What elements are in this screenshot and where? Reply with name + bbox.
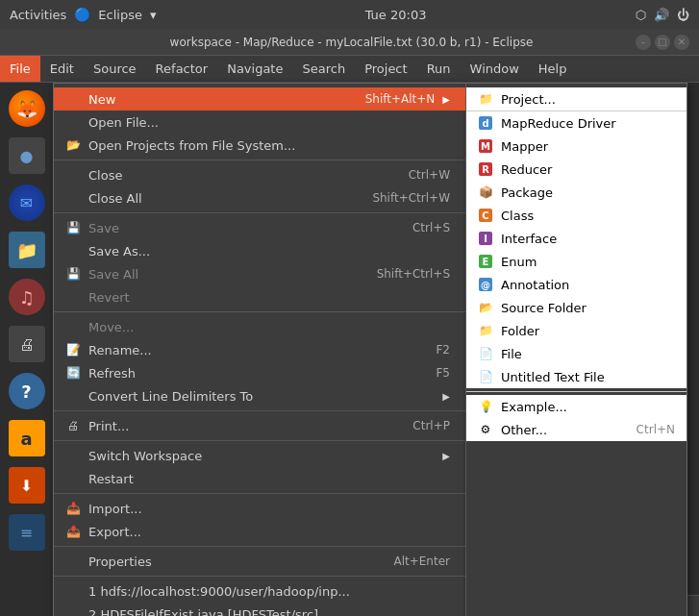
submenu-item-file[interactable]: 📄 File [466,342,687,365]
project-label: Project... [501,92,556,107]
menu-file-label: File [10,62,31,76]
sidebar-item-amazon[interactable]: a [6,417,48,459]
submenu-item-package[interactable]: 📦 Package [466,181,687,204]
menu-item-properties[interactable]: Properties Alt+Enter [54,550,465,573]
move-icon [63,319,83,334]
other-shortcut: Ctrl+N [637,423,675,436]
menu-window[interactable]: Window [461,56,529,82]
menu-refactor[interactable]: Refactor [146,56,218,82]
convert-line-icon [63,388,83,404]
activities-button[interactable]: Activities [10,8,66,22]
menu-item-new[interactable]: New Shift+Alt+N ▶ [54,87,465,111]
sidebar: 🦊 ● ✉ 📁 ♫ 🖨 ? a ⬇ ≡ [0,83,53,616]
eclipse-dropdown-icon[interactable]: ▾ [150,8,157,22]
separator-8 [54,576,465,577]
submenu-item-project[interactable]: 📁 Project... [466,87,687,111]
menu-source[interactable]: Source [84,56,146,82]
eclipse-topbar-label[interactable]: Eclipse [98,8,142,22]
firefox-icon: 🦊 [9,90,45,127]
menu-item-switch-workspace[interactable]: Switch Workspace ▶ [54,444,465,467]
sidebar-item-thunderbird[interactable]: ✉ [6,182,48,224]
source-folder-icon: 📂 [476,300,495,315]
titlebar: workspace - Map/Reduce - myLocalFile.txt… [0,29,699,56]
revert-label: Revert [88,290,130,305]
mapper-icon: M [476,138,495,154]
menu-item-print[interactable]: 🖨 Print... Ctrl+P [54,414,465,437]
file-menu-dropdown: New Shift+Alt+N ▶ Open File... 📂 Open Pr… [53,83,466,616]
close-all-label: Close All [88,191,142,206]
menu-project[interactable]: Project [355,56,416,82]
network-icon[interactable]: ⬡ [636,8,646,22]
submenu-item-class[interactable]: C Class [466,204,687,227]
sidebar-item-install[interactable]: ⬇ [6,464,48,506]
menu-item-open-projects[interactable]: 📂 Open Projects from File System... [54,134,465,157]
menu-navigate[interactable]: Navigate [217,56,292,82]
untitled-text-icon: 📄 [476,369,495,384]
submenu-item-mapper[interactable]: M Mapper [466,135,687,158]
menu-refactor-label: Refactor [156,62,209,76]
menu-item-import[interactable]: 📥 Import... [54,497,465,520]
power-icon[interactable]: ⏻ [677,8,689,22]
menu-item-move[interactable]: Move... [54,315,465,338]
recent1-label: 1 hdfs://localhost:9000/user/hadoop/inp.… [88,584,350,599]
menu-item-refresh[interactable]: 🔄 Refresh F5 [54,361,465,384]
print-menu-icon: 🖨 [63,418,83,433]
menu-file[interactable]: File [0,56,40,82]
submenu-item-reducer[interactable]: R Reducer [466,158,687,181]
menu-run[interactable]: Run [417,56,461,82]
new-icon [63,91,83,107]
submenu-item-mapreduce-driver[interactable]: d MapReduce Driver [466,111,687,135]
submenu-item-interface[interactable]: I Interface [466,227,687,250]
submenu-item-untitled-text[interactable]: 📄 Untitled Text File [466,365,687,388]
sidebar-item-firefox[interactable]: 🦊 [6,87,48,130]
submenu-item-other[interactable]: ⚙ Other... Ctrl+N [466,418,687,441]
menu-edit[interactable]: Edit [40,56,84,82]
sound-icon[interactable]: 🔊 [654,8,669,22]
class-label: Class [501,209,534,223]
interface-icon: I [476,231,495,246]
menu-item-save[interactable]: 💾 Save Ctrl+S [54,216,465,239]
submenu-item-source-folder[interactable]: 📂 Source Folder [466,296,687,319]
interface-label: Interface [501,232,557,246]
maximize-button[interactable]: □ [655,35,670,50]
menu-search[interactable]: Search [292,56,355,82]
settings-icon: ≡ [9,514,45,551]
menu-item-restart[interactable]: Restart [54,467,465,490]
menu-item-export[interactable]: 📤 Export... [54,520,465,543]
menu-run-label: Run [427,62,451,76]
menu-help[interactable]: Help [529,56,577,82]
menu-item-close-all[interactable]: Close All Shift+Ctrl+W [54,186,465,209]
submenu-item-example[interactable]: 💡 Example... [466,395,687,418]
menu-project-label: Project [364,62,407,76]
menu-item-convert-line[interactable]: Convert Line Delimiters To ▶ [54,384,465,407]
convert-line-arrow: ▶ [442,391,450,402]
amazon-icon: a [9,420,45,456]
annotation-icon: @ [476,277,495,292]
submenu-item-enum[interactable]: E Enum [466,250,687,273]
untitled-text-label: Untitled Text File [501,370,605,384]
menu-item-save-as[interactable]: Save As... [54,239,465,262]
refresh-shortcut: F5 [436,366,450,380]
sidebar-item-files[interactable]: 📁 [6,229,48,271]
menu-item-recent2[interactable]: 2 HDFSFileIfExist.java [HDFSTest/src] [54,603,465,616]
sidebar-item-help[interactable]: ? [6,370,48,412]
close-all-icon [63,190,83,206]
submenu-item-annotation[interactable]: @ Annotation [466,273,687,296]
close-button[interactable]: ✕ [674,35,689,50]
menu-item-open-file[interactable]: Open File... [54,111,465,134]
submenu-item-folder[interactable]: 📁 Folder [466,319,687,342]
other-label: Other... [501,423,547,437]
sidebar-item-print[interactable]: 🖨 [6,323,48,365]
menu-item-close[interactable]: Close Ctrl+W [54,163,465,186]
minimize-button[interactable]: – [636,35,651,50]
menu-item-save-all[interactable]: 💾 Save All Shift+Ctrl+S [54,262,465,285]
sidebar-item-settings[interactable]: ≡ [6,511,48,554]
project-icon: 📁 [476,91,495,107]
sidebar-item-eclipse[interactable]: ● [6,135,48,177]
package-icon: 📦 [476,185,495,200]
menu-item-rename[interactable]: 📝 Rename... F2 [54,338,465,361]
properties-label: Properties [88,554,152,569]
sidebar-item-music[interactable]: ♫ [6,276,48,318]
menu-item-recent1[interactable]: 1 hdfs://localhost:9000/user/hadoop/inp.… [54,579,465,603]
menu-item-revert[interactable]: Revert [54,285,465,308]
